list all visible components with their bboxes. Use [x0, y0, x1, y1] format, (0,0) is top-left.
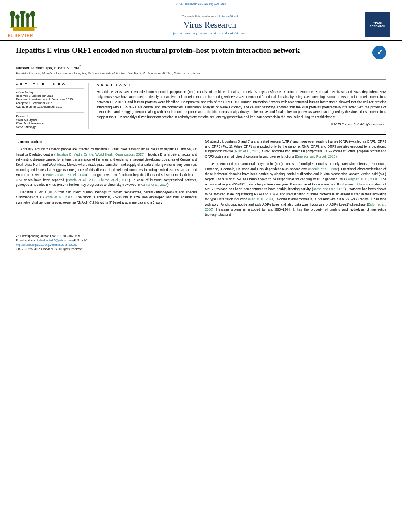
badge-line2: RESEARCH	[370, 24, 385, 28]
available: Available online 12 December 2015	[16, 105, 84, 108]
main-content: Hepatitis E virus ORF1 encoded non struc…	[0, 41, 402, 224]
svg-point-7	[26, 13, 30, 19]
keywords-label: Keywords:	[16, 115, 84, 118]
abstract-column: A B S T R A C T Hepatitis E virus ORF1 e…	[97, 83, 386, 129]
badge-line1: VIRUS	[373, 21, 382, 24]
right-para1: (A) stretch. It contains 5′ and 3′ untra…	[205, 139, 386, 159]
nan-link[interactable]: Nan et al., 2014	[249, 197, 273, 201]
copyright-line: © 2015 Elsevier B.V. All rights reserved…	[97, 122, 386, 127]
egloff-link[interactable]: Egloff et al., 2006	[205, 202, 386, 211]
issn-line: 0168-1702/© 2015 Elsevier B.V. All right…	[16, 247, 386, 251]
authors-line: Nishant Kumar Ojha, Kavita S. Lole*	[16, 64, 386, 70]
body-section: 1. Introduction Annually, around 20 mill…	[16, 134, 386, 220]
intro-para2: Hepatitis E virus (HEV) that can infect …	[16, 190, 197, 205]
email-link[interactable]: kalevkavita37@yahoo.com	[37, 239, 73, 242]
emerson-purcell-link[interactable]: Emerson and Purcell, 2003	[46, 173, 86, 177]
svg-rect-4	[21, 13, 24, 28]
karpe-link[interactable]: Karpe and Lole, 2011	[313, 187, 345, 191]
keyword1: Yeast two hybrid	[16, 118, 84, 122]
footnote-star-line: ⁎ * Corresponding author. Fax: +91 20 25…	[16, 234, 386, 238]
koonin-link[interactable]: Koonin et al., 1992	[309, 167, 338, 171]
virus-research-badge: VIRUS RESEARCH	[365, 12, 390, 37]
intro-para1: Annually, around 20 million people are i…	[16, 147, 197, 187]
elsevier-tree-icon	[8, 11, 39, 33]
homepage-url[interactable]: www.elsevier.com/locate/virusres	[200, 32, 246, 35]
abstract-text: Hepatitis E virus ORF1 encoded non-struc…	[97, 89, 386, 120]
article-info-column: A R T I C L E I N F O Article history: R…	[16, 83, 89, 129]
body-left-column: 1. Introduction Annually, around 20 mill…	[16, 139, 197, 220]
crossmark-badge: ✓	[372, 46, 386, 59]
sciencedirect-line: Contents lists available at ScienceDirec…	[55, 14, 365, 18]
keyword2: Virus–host interaction	[16, 122, 84, 125]
abstract-title: A B S T R A C T	[97, 83, 386, 87]
divider1	[16, 88, 84, 89]
intro-heading: 1. Introduction	[16, 139, 197, 145]
top-bar: Virus Research 213 (2016) 195–214	[0, 0, 402, 7]
right-para2: ORF1 encoded non-structural polyprotein …	[205, 161, 386, 217]
elsevier-logo: ELSEVIER	[8, 11, 55, 38]
elsevier-name-text: ELSEVIER	[8, 33, 34, 38]
email-suffix: (K.S. Lole).	[73, 239, 88, 242]
who-link[interactable]: Hepatitis E, Media Centre, World Health …	[56, 152, 143, 156]
svg-point-5	[20, 11, 26, 14]
emerson-purcell-2013-link[interactable]: Emerson and Purcell, 2013	[296, 154, 335, 158]
svg-point-9	[30, 11, 35, 17]
article-title-section: Hepatitis E virus ORF1 encoded non struc…	[16, 46, 386, 62]
corresponding-text: * Corresponding author. Fax: +91 20 2587…	[18, 234, 81, 238]
journal-header: ELSEVIER Contents lists available at Sci…	[0, 7, 402, 41]
crossmark-icon: ✓	[373, 46, 386, 59]
divider2	[16, 112, 84, 113]
article-title: Hepatitis E virus ORF1 encoded non struc…	[16, 46, 372, 56]
affiliation-text: Hepatitis Division, Microbial Containmen…	[16, 71, 386, 75]
citation-text: Virus Research 213 (2016) 195–214	[176, 2, 227, 6]
keywords-section: Keywords: Yeast two hybrid Virus–host in…	[16, 112, 84, 129]
sciencedirect-link[interactable]: ScienceDirect	[218, 15, 238, 18]
history-label: Article history:	[16, 91, 84, 94]
journal-title: Virus Research	[55, 20, 365, 30]
sciencedirect-label: Contents lists available at	[182, 15, 218, 18]
received2: Received in revised form 8 December 2015	[16, 98, 84, 101]
svg-rect-11	[13, 28, 35, 31]
kamar-link[interactable]: Kamar et al., 2014	[141, 183, 168, 187]
homepage-label: journal homepage:	[173, 32, 199, 35]
svg-point-1	[10, 11, 15, 17]
keyword3: Gene Ontology	[16, 125, 84, 129]
magden-link[interactable]: Magden et al., 2001	[348, 177, 378, 181]
body-right-column: (A) stretch. It contains 5′ and 3′ untra…	[205, 139, 386, 220]
boccia-link[interactable]: Boccia et al., 2006; Khuroo et al., 1981	[67, 178, 129, 182]
svg-point-3	[15, 14, 20, 19]
graff-link[interactable]: Graff et al., 2005	[235, 149, 259, 153]
email-line: E-mail address: kalevkavita37@yahoo.com …	[16, 239, 386, 242]
smith-link[interactable]: Smith et al., 2014	[45, 195, 73, 199]
page-footer: ⁎ * Corresponding author. Fax: +91 20 25…	[0, 232, 402, 253]
journal-center: Contents lists available at ScienceDirec…	[55, 14, 365, 35]
article-info-abstract-section: A R T I C L E I N F O Article history: R…	[16, 79, 386, 129]
doi-link[interactable]: http://dx.doi.org/10.1016/j.virusres.201…	[16, 243, 78, 247]
article-info-title: A R T I C L E I N F O	[16, 83, 84, 86]
received1: Received 1 September 2015	[16, 94, 84, 98]
accepted: Accepted 9 December 2015	[16, 101, 84, 105]
authors-text: Nishant Kumar Ojha, Kavita S. Lole*	[16, 65, 81, 70]
doi-line: http://dx.doi.org/10.1016/j.virusres.201…	[16, 243, 386, 247]
svg-rect-10	[10, 27, 37, 28]
homepage-line: journal homepage: www.elsevier.com/locat…	[55, 32, 365, 35]
svg-text:✓: ✓	[376, 48, 382, 56]
email-label: E-mail address:	[16, 239, 36, 242]
